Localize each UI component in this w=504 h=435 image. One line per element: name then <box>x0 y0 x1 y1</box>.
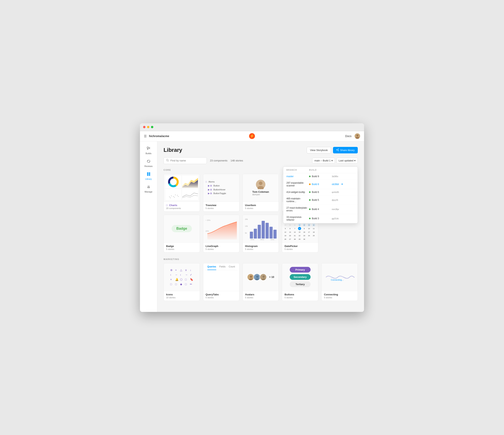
card-useritem[interactable]: Tom Coleman domyen UserItem 5 stories <box>243 174 279 212</box>
svg-text:Connecting...: Connecting... <box>331 279 344 281</box>
sidebar-item-library[interactable]: Library <box>142 170 156 182</box>
card-badge-preview: Badge <box>164 215 200 243</box>
avatars-more-count: + 10 <box>269 275 274 279</box>
buttons-card-stories: 5 stories <box>284 296 316 299</box>
menu-icon[interactable]: ☰ <box>144 134 147 138</box>
sidebar-item-builds[interactable]: Builds <box>142 145 156 156</box>
primary-button-preview: Primary <box>290 267 311 272</box>
share-library-label: Share library <box>340 149 355 152</box>
search-input[interactable] <box>171 159 204 162</box>
card-linegraph-info: LineGraph 5 stories <box>203 243 239 252</box>
card-avatars[interactable]: + 10 Avatars 5 stories <box>243 263 279 301</box>
histogram-card-name: Histogram <box>245 245 276 248</box>
manage-label: Manage <box>145 190 153 193</box>
icons-grid: ⊕+△∨↓ ‹←›→✓ ×🔔⬡□🔖 □□◆□✏ <box>167 265 196 289</box>
card-useritem-info: UserItem 5 stories <box>243 202 279 211</box>
card-icons-preview: ⊕+△∨↓ ‹←›→✓ ×🔔⬡□🔖 □□◆□✏ <box>164 263 200 291</box>
card-histogram[interactable]: 20k 15k 5k 20ms 30ms <box>243 215 279 253</box>
svg-text:⚡: ⚡ <box>250 134 254 138</box>
branch-name-297: 297-expandable-scanner <box>286 181 309 187</box>
user-item-name: Tom Coleman <box>252 190 269 193</box>
treeview-card-stories: 5 stories <box>206 207 237 209</box>
build-label-465: Build 5 <box>312 199 319 201</box>
svg-text:15k: 15k <box>245 225 248 227</box>
docs-link[interactable]: Docs <box>345 135 351 138</box>
view-storybook-button[interactable]: View Storybook <box>307 147 331 153</box>
histogram-svg: 20k 15k 5k 20ms 30ms <box>243 216 278 242</box>
tabs-card-name: QueryTabs <box>206 293 237 296</box>
build-status-dot <box>309 176 311 177</box>
linegraph-svg: ~ 25% 15% <box>203 216 239 242</box>
build-hash-297: ob38dr 👁 <box>332 183 354 186</box>
svg-text:40ms: 40ms <box>270 239 274 241</box>
svg-rect-14 <box>149 172 150 174</box>
last-updated-selector[interactable]: Last updated ▾ <box>336 158 358 163</box>
close-button[interactable] <box>143 126 145 128</box>
treeview-card-name: Treeview <box>206 204 237 207</box>
linegraph-card-stories: 5 stories <box>206 248 237 250</box>
buttons-list: Primary Secondary Tertiary <box>287 264 313 290</box>
dropdown-row-465[interactable]: 465-maintain-runtime... Build 5 djoy26 <box>283 195 358 205</box>
branch-selector[interactable]: main – Build 1 ▾ <box>312 158 335 163</box>
dropdown-row-33[interactable]: 33-responsive-refactor Build 3 gg31dc <box>283 214 358 223</box>
dropdown-header: BRANCH BUILD <box>283 167 358 173</box>
branch-col-header: BRANCH <box>286 169 309 171</box>
last-updated-label: Last updated <box>339 159 353 162</box>
share-library-button[interactable]: Share library <box>333 147 358 153</box>
svg-rect-47 <box>254 229 257 238</box>
svg-point-17 <box>147 187 148 187</box>
tab-fields[interactable]: Fields <box>219 265 226 270</box>
dropdown-row-27[interactable]: 27-react-boilerplate-errors Build 4 mm3f… <box>283 205 358 214</box>
card-buttons[interactable]: Primary Secondary Tertiary Buttons 5 sto… <box>282 263 318 301</box>
secondary-button-preview: Secondary <box>290 274 311 280</box>
icons-card-stories: 10 stories <box>166 296 197 299</box>
minimize-button[interactable] <box>147 126 149 128</box>
build-hash-465: djoy26 <box>332 199 354 201</box>
buttons-card-name: Buttons <box>284 293 316 296</box>
build-hash-master: 3d3f9v <box>332 175 354 178</box>
card-tabs[interactable]: Queries Fields Count QueryTabs 5 stories <box>203 263 239 301</box>
content-area: Library View Storybook <box>157 141 364 312</box>
svg-rect-51 <box>270 227 273 238</box>
card-charts[interactable]: □ Charts 20 components <box>163 174 200 212</box>
search-icon <box>166 159 169 163</box>
card-icons[interactable]: ⊕+△∨↓ ‹←›→✓ ×🔔⬡□🔖 □□◆□✏ Icons 10 stories <box>163 263 200 301</box>
titlebar <box>140 123 364 131</box>
build-label-33: Build 3 <box>312 217 319 220</box>
badge-card-stories: 5 stories <box>166 248 197 250</box>
library-label: Library <box>145 178 152 180</box>
branch-name-465: 465-maintain-runtime... <box>286 197 309 203</box>
branch-name-33: 33-responsive-refactor <box>286 216 309 221</box>
card-charts-info: □ Charts 20 components <box>164 202 200 211</box>
sidebar-item-manage[interactable]: Manage <box>142 183 156 195</box>
svg-point-30 <box>169 197 170 197</box>
maximize-button[interactable] <box>151 126 153 128</box>
eye-icon-297: 👁 <box>341 183 343 186</box>
card-avatars-preview: + 10 <box>243 263 279 291</box>
avatars-group: + 10 <box>247 273 274 281</box>
build-badge-297: Build 8 <box>309 183 332 186</box>
card-linegraph[interactable]: ~ 25% 15% LineGraph 5 stories <box>203 215 239 253</box>
brand-label: hichroma/acme <box>149 135 345 138</box>
sidebar-item-reviews[interactable]: Reviews <box>142 157 156 169</box>
connecting-card-stories: 5 stories <box>324 296 355 299</box>
dropdown-row-master[interactable]: master Build 9 3d3f9v <box>283 173 358 180</box>
user-avatar[interactable] <box>355 133 360 139</box>
dropdown-row-414[interactable]: 414-widget-tooltip Build 6 qmfu95 <box>283 189 358 195</box>
components-count: 23 components <box>210 159 227 162</box>
build-hash-link-297: ob38dr <box>332 183 339 186</box>
svg-point-34 <box>177 195 178 196</box>
svg-line-22 <box>337 149 338 150</box>
tab-queries[interactable]: Queries <box>207 265 216 270</box>
tab-count[interactable]: Count <box>229 265 235 270</box>
search-container[interactable] <box>163 157 207 164</box>
reviews-icon <box>147 159 151 164</box>
svg-point-24 <box>166 159 168 161</box>
card-treeview[interactable]: □Atoms ▶ ⊞Button ▶ ⊞ButtonHover ▶ ⊞Butto… <box>203 174 239 212</box>
build-status-dot-465 <box>309 199 311 201</box>
svg-point-60 <box>256 275 259 278</box>
tab-bar: Queries Fields Count <box>205 263 237 270</box>
dropdown-row-297[interactable]: 297-expandable-scanner Build 8 ob38dr 👁 <box>283 180 358 189</box>
card-badge[interactable]: Badge Badge 5 stories <box>163 215 200 253</box>
card-connecting[interactable]: Connecting... Connecting 5 stories <box>321 263 358 301</box>
